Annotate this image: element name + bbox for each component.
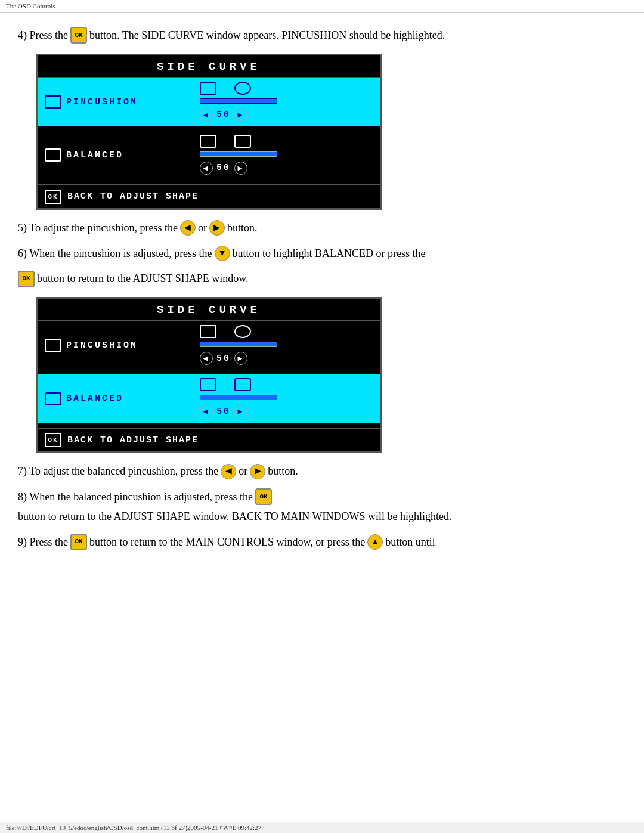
- osd2-pincushion-slider: [200, 342, 277, 347]
- status-bar: file:///D|/EDFU/crt_19_5/edoc/english/OS…: [0, 822, 644, 833]
- osd2-balanced-label: BALANCED: [66, 394, 123, 404]
- osd1-balanced-icon2: [234, 135, 251, 148]
- osd1-balanced-controls: ◀ 50 ▶: [200, 160, 247, 176]
- osd1-pincushion-label: PINCUSHION: [66, 97, 138, 107]
- osd1-pincushion-slider: [200, 98, 277, 104]
- osd2-pincushion-icon1: [200, 325, 216, 338]
- top-bar-title: The OSD Controls: [6, 2, 55, 10]
- osd2-balanced-left: BALANCED: [45, 392, 200, 405]
- osd1-title: SIDE CURVE: [38, 55, 380, 78]
- arrow-right-icon-step5: ▶: [209, 220, 225, 236]
- osd2-spacer1: [38, 370, 380, 374]
- osd2-pincushion-row: PINCUSHION ◀ 50 ▶: [38, 321, 380, 370]
- osd1-balanced-shape-options: [200, 135, 251, 148]
- osd2-footer-row: OK BACK TO ADJUST SHAPE: [38, 428, 380, 451]
- osd2-balanced-controls: ◀ 50 ▶: [200, 404, 247, 419]
- step8-text-after: button to return to the ADJUST SHAPE win…: [18, 508, 452, 525]
- osd1-spacer1: [38, 126, 380, 131]
- osd2-title: SIDE CURVE: [38, 299, 380, 321]
- osd1-balanced-left: BALANCED: [45, 148, 200, 162]
- osd2-balanced-shape-icon: [45, 392, 61, 405]
- arrow-left-icon-step5: ◀: [180, 220, 196, 236]
- step6-text2: button to return to the ADJUST SHAPE win…: [37, 270, 249, 287]
- osd1-pincushion-left-btn: ◀: [200, 109, 213, 122]
- ok-button-icon-step9: OK: [70, 534, 87, 550]
- osd1-balanced-shape-icon: [45, 148, 61, 162]
- step4-text-before: 4) Press the: [18, 27, 68, 44]
- step9-text-before: 9) Press the: [18, 534, 68, 551]
- osd1-pincushion-left: PINCUSHION: [45, 95, 200, 109]
- step7-or: or: [239, 463, 247, 480]
- osd2-balanced-value: 50: [216, 407, 231, 417]
- osd1-pincushion-right: ◀ 50 ▶: [200, 82, 373, 123]
- step5-or: or: [198, 219, 207, 237]
- osd1-pincushion-value: 50: [216, 110, 231, 120]
- osd1-pincushion-controls: ◀ 50 ▶: [200, 107, 247, 123]
- osd1-pincushion-icon1: [200, 82, 216, 95]
- step8-line: 8) When the balanced pincushion is adjus…: [18, 488, 626, 525]
- osd2-pincushion-controls: ◀ 50 ▶: [200, 351, 247, 366]
- osd2-pincushion-icon2: [234, 325, 251, 338]
- osd2-footer-text: BACK TO ADJUST SHAPE: [67, 435, 199, 445]
- osd1-footer-text: BACK TO ADJUST SHAPE: [67, 191, 199, 202]
- top-bar: The OSD Controls: [0, 0, 644, 13]
- ok-button-icon-step4: OK: [70, 27, 87, 44]
- step6-text-after: button to highlight BALANCED or press th…: [233, 245, 426, 262]
- arrow-down-icon-step6: ▼: [215, 246, 230, 261]
- step8-text-before: 8) When the balanced pincushion is adjus…: [18, 488, 253, 506]
- status-bar-text: file:///D|/EDFU/crt_19_5/edoc/english/OS…: [6, 824, 261, 831]
- osd2-pincushion-shape-options: [200, 325, 251, 338]
- osd2-balanced-left-btn: ◀: [200, 405, 213, 418]
- step5-text-before: 5) To adjust the pincushion, press the: [18, 219, 178, 237]
- osd2-pincushion-right-btn: ▶: [234, 352, 247, 365]
- osd2-pincushion-value: 50: [216, 354, 231, 364]
- osd1-balanced-right-btn: ▶: [234, 162, 247, 175]
- osd1-balanced-icon1: [200, 135, 216, 148]
- osd1-balanced-left-btn: ◀: [200, 162, 213, 175]
- osd1-pincushion-icon2: [234, 82, 251, 95]
- osd2-spacer2: [38, 423, 380, 428]
- arrow-left-icon-step7: ◀: [221, 464, 236, 479]
- step4-line: 4) Press the OK button. The SIDE CURVE w…: [18, 27, 626, 44]
- osd1-balanced-row: BALANCED ◀ 50 ▶: [38, 131, 380, 179]
- step9-text-end: button until: [385, 534, 435, 551]
- osd2-balanced-right-btn: ▶: [234, 405, 247, 418]
- osd2-balanced-icon1: [200, 378, 216, 391]
- osd1-balanced-slider: [200, 151, 277, 157]
- step9-line: 9) Press the OK button to return to the …: [18, 534, 626, 551]
- ok-button-icon-step6: OK: [18, 271, 35, 287]
- osd2-pincushion-left-btn: ◀: [200, 352, 213, 365]
- osd2-pincushion-shape-icon: [45, 339, 61, 352]
- step9-text-after: button to return to the MAIN CONTROLS wi…: [89, 534, 365, 551]
- step5-line: 5) To adjust the pincushion, press the ◀…: [18, 219, 626, 237]
- osd2-balanced-row: BALANCED ◀ 50 ▶: [38, 374, 380, 423]
- osd1-balanced-label: BALANCED: [66, 150, 123, 160]
- osd-screen-2: SIDE CURVE PINCUSHION ◀ 50 ▶: [36, 297, 382, 453]
- step6-line1: 6) When the pincushion is adjusted, pres…: [18, 245, 626, 262]
- osd2-pincushion-label: PINCUSHION: [66, 340, 138, 351]
- osd1-pincushion-row: PINCUSHION ◀ 50 ▶: [38, 78, 380, 126]
- content-area: 4) Press the OK button. The SIDE CURVE w…: [0, 13, 644, 580]
- osd1-pincushion-shape-icon: [45, 95, 61, 109]
- osd1-balanced-right: ◀ 50 ▶: [200, 135, 373, 176]
- osd1-pincushion-shape-options: [200, 82, 251, 95]
- osd1-balanced-value: 50: [216, 163, 231, 173]
- osd1-footer-ok: OK: [45, 190, 61, 204]
- arrow-up-icon-step9: ▲: [367, 534, 383, 550]
- ok-button-icon-step8: OK: [255, 488, 272, 505]
- osd1-spacer2: [38, 179, 380, 184]
- step4-text-after: button. The SIDE CURVE window appears. P…: [89, 27, 445, 44]
- osd2-pincushion-left: PINCUSHION: [45, 339, 200, 352]
- osd2-balanced-icon2: [234, 378, 251, 391]
- osd2-balanced-slider: [200, 395, 277, 400]
- step7-text-after: button.: [268, 463, 298, 480]
- step7-text-before: 7) To adjust the balanced pincushion, pr…: [18, 463, 218, 480]
- osd-screen-1: SIDE CURVE PINCUSHION ◀ 50 ▶: [36, 54, 382, 210]
- osd2-pincushion-right: ◀ 50 ▶: [200, 325, 373, 366]
- arrow-right-icon-step7: ▶: [250, 464, 265, 479]
- osd2-footer-ok: OK: [45, 433, 61, 447]
- step6-line2: OK button to return to the ADJUST SHAPE …: [18, 270, 626, 287]
- step6-text-before: 6) When the pincushion is adjusted, pres…: [18, 245, 212, 262]
- osd1-pincushion-right-btn: ▶: [234, 109, 247, 122]
- osd1-footer-row: OK BACK TO ADJUST SHAPE: [38, 184, 380, 208]
